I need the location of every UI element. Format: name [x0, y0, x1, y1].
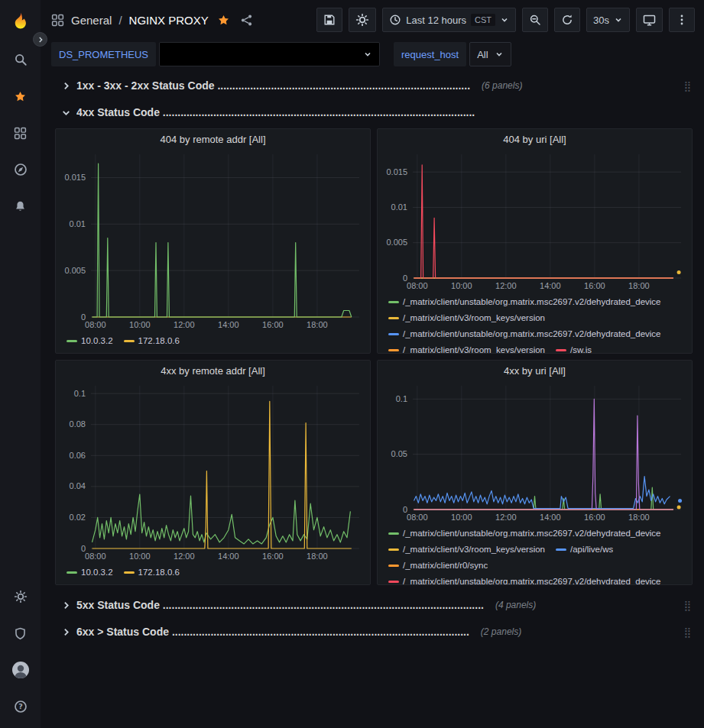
chevron-right-icon: [61, 600, 71, 610]
breadcrumb-separator: /: [118, 14, 122, 27]
legend-item[interactable]: /_matrix/client/r0/sync: [388, 558, 488, 573]
legend-item[interactable]: /_matrix/client/v3/room_keys/version: [388, 311, 545, 325]
sidebar-collapse-button[interactable]: [33, 32, 47, 47]
legend-swatch: [388, 301, 399, 303]
svg-text:14:00: 14:00: [540, 281, 561, 290]
sidebar-item-alerting[interactable]: [0, 188, 41, 225]
svg-text:12:00: 12:00: [495, 281, 517, 290]
svg-text:10:00: 10:00: [129, 320, 151, 329]
time-range-picker-label: Last 12 hours: [406, 15, 466, 26]
save-icon: [323, 14, 336, 26]
chart-404-by-remote-addr[interactable]: 08:0010:0012:0014:0016:0018:0000.0050.01…: [56, 147, 370, 332]
sidebar-item-starred[interactable]: [0, 78, 41, 115]
apps-icon: [51, 14, 64, 27]
chart-canvas[interactable]: 08:0010:0012:0014:0016:0018:0000.0050.01…: [56, 147, 370, 332]
main-area: General / NGINX PROXY Last 12 hoursCST30…: [41, 0, 704, 728]
chart-canvas[interactable]: 08:0010:0012:0014:0016:0018:0000.0050.01…: [378, 147, 692, 293]
legend-item[interactable]: 10.0.3.2: [67, 334, 113, 348]
sidebar-item-search[interactable]: [0, 41, 41, 78]
row-drag-handle[interactable]: ⣿: [683, 626, 693, 638]
legend-item[interactable]: /_matrix/client/unstable/org.matrix.msc2…: [388, 295, 661, 309]
variable-label-request-host: request_host: [394, 42, 466, 66]
zoom-out-button[interactable]: [522, 8, 548, 32]
legend-item[interactable]: 10.0.3.2: [67, 565, 113, 580]
legend-swatch: [124, 340, 135, 342]
monitor-icon: [643, 14, 656, 27]
sidebar-item-dashboards[interactable]: [0, 115, 41, 151]
row-panel-count: (6 panels): [482, 80, 522, 91]
chart-4xx-by-uri[interactable]: 08:0010:0012:0014:0016:0018:0000.050.1: [378, 378, 692, 525]
svg-text:0.01: 0.01: [70, 219, 86, 228]
legend-swatch: [388, 317, 399, 319]
sidebar-item-configuration[interactable]: [0, 578, 41, 615]
svg-text:0.015: 0.015: [386, 167, 407, 176]
cycle-view-button[interactable]: [636, 8, 663, 32]
panel-title[interactable]: 404 by remote addr [All]: [56, 129, 370, 147]
refresh-button[interactable]: [554, 8, 580, 32]
svg-text:0: 0: [403, 505, 407, 514]
share-icon[interactable]: [240, 14, 253, 27]
shield-icon: [14, 627, 27, 640]
sidebar-item-explore[interactable]: [0, 151, 41, 188]
chart-4xx-by-remote-addr[interactable]: 08:0010:0012:0014:0016:0018:0000.020.040…: [56, 378, 370, 564]
row-header-1xx-3xx-2xx[interactable]: 1xx - 3xx - 2xx Status Code ............…: [55, 75, 693, 96]
row-title: 1xx - 3xx - 2xx Status Code ............…: [76, 79, 470, 92]
panel-title[interactable]: 4xx by remote addr [All]: [56, 361, 370, 378]
request-host-value: All: [477, 49, 488, 60]
time-range-picker[interactable]: Last 12 hoursCST: [382, 8, 516, 32]
save-dashboard-button[interactable]: [316, 8, 342, 32]
sidebar-item-help[interactable]: ?: [0, 688, 41, 725]
series-point-api-live-ws: [678, 499, 682, 503]
series-sw.js: [414, 165, 673, 278]
legend-item[interactable]: /api/live/ws: [556, 542, 613, 557]
svg-text:08:00: 08:00: [85, 552, 106, 561]
legend-item[interactable]: /_matrix/client/unstable/org.matrix.msc2…: [388, 574, 661, 584]
row-title: 4xx Status Code ........................…: [76, 106, 475, 118]
gridlines: [413, 386, 681, 510]
row-panel-count: (2 panels): [481, 626, 521, 637]
svg-text:0.015: 0.015: [64, 173, 86, 182]
panel-legend: /_matrix/client/unstable/org.matrix.msc2…: [378, 525, 692, 584]
legend-swatch: [388, 581, 399, 583]
gridlines: [91, 154, 359, 317]
legend-item[interactable]: /_matrix/client/v3/room_keys/version: [388, 343, 545, 353]
sidebar-item-profile[interactable]: [0, 652, 41, 688]
svg-text:08:00: 08:00: [407, 513, 428, 522]
row-header-5xx[interactable]: 5xx Status Code ........................…: [55, 594, 693, 616]
legend-label: /_matrix/client/r0/sync: [403, 558, 488, 573]
toolbar: Last 12 hoursCST30s: [316, 8, 695, 32]
row-header-4xx[interactable]: 4xx Status Code ........................…: [55, 102, 693, 123]
legend-item[interactable]: /_matrix/client/unstable/org.matrix.msc2…: [388, 327, 661, 341]
svg-text:0.08: 0.08: [70, 419, 86, 429]
row-header-6xx[interactable]: 6xx > Status Code ......................…: [55, 621, 693, 642]
dashboard-settings-button[interactable]: [349, 8, 376, 32]
legend-swatch: [556, 349, 566, 351]
breadcrumb-folder[interactable]: General: [71, 14, 112, 27]
refresh-interval-picker[interactable]: 30s: [586, 8, 630, 32]
axis-labels: 08:0010:0012:0014:0016:0018:0000.0050.01…: [64, 173, 327, 329]
panel-404-by-uri: 404 by uri [All] 08:0010:0012:0014:0016:…: [377, 128, 693, 354]
panel-title[interactable]: 404 by uri [All]: [378, 129, 692, 147]
chart-canvas[interactable]: 08:0010:0012:0014:0016:0018:0000.020.040…: [56, 378, 370, 564]
panel-legend: /_matrix/client/unstable/org.matrix.msc2…: [378, 293, 692, 353]
legend-label: 10.0.3.2: [81, 334, 113, 348]
legend-item[interactable]: /sw.js: [556, 343, 592, 353]
datasource-picker[interactable]: [159, 42, 380, 66]
star-icon[interactable]: [217, 14, 230, 27]
row-drag-handle[interactable]: ⣿: [683, 600, 693, 611]
row-drag-handle[interactable]: ⣿: [683, 80, 693, 92]
breadcrumb-dashboard-title[interactable]: NGINX PROXY: [129, 14, 209, 27]
legend-item[interactable]: /_matrix/client/unstable/org.matrix.msc2…: [388, 526, 661, 541]
sidebar-item-server-admin[interactable]: [0, 615, 41, 652]
chart-canvas[interactable]: 08:0010:0012:0014:0016:0018:0000.050.1: [378, 378, 692, 525]
chart-404-by-uri[interactable]: 08:0010:0012:0014:0016:0018:0000.0050.01…: [378, 147, 692, 293]
more-menu-button[interactable]: [669, 8, 695, 32]
panel-title[interactable]: 4xx by uri [All]: [378, 361, 692, 378]
legend-item[interactable]: /_matrix/client/v3/room_keys/version: [388, 542, 545, 557]
request-host-picker[interactable]: All: [469, 42, 511, 66]
legend-label: /_matrix/client/unstable/org.matrix.msc2…: [403, 327, 661, 341]
legend-item[interactable]: 172.18.0.6: [124, 565, 180, 580]
legend-swatch: [67, 571, 77, 574]
panel-4xx-by-uri: 4xx by uri [All] 08:0010:0012:0014:0016:…: [377, 360, 693, 585]
legend-item[interactable]: 172.18.0.6: [124, 334, 180, 348]
